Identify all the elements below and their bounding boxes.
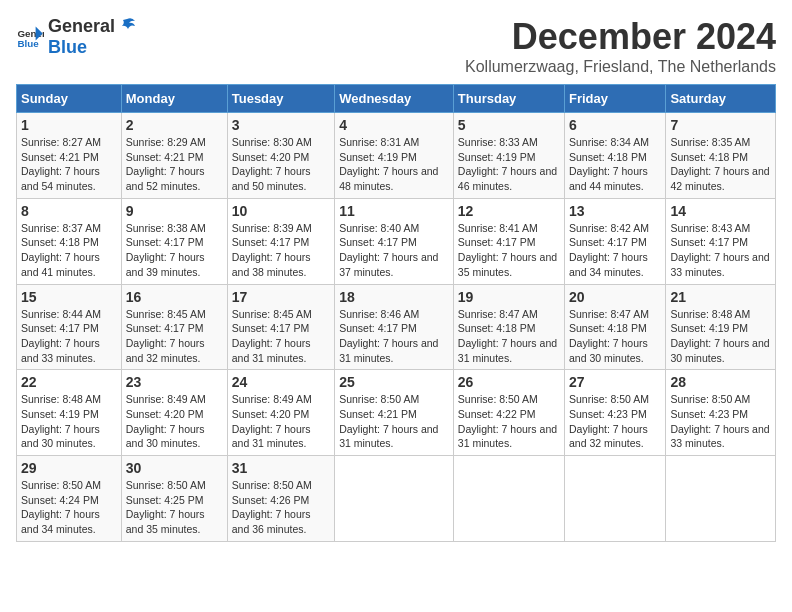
calendar-cell: 24 Sunrise: 8:49 AM Sunset: 4:20 PM Dayl…	[227, 370, 334, 456]
calendar-cell: 1 Sunrise: 8:27 AM Sunset: 4:21 PM Dayli…	[17, 113, 122, 199]
day-number: 20	[569, 289, 661, 305]
calendar-cell: 18 Sunrise: 8:46 AM Sunset: 4:17 PM Dayl…	[335, 284, 454, 370]
day-info: Sunrise: 8:33 AM Sunset: 4:19 PM Dayligh…	[458, 135, 560, 194]
day-info: Sunrise: 8:39 AM Sunset: 4:17 PM Dayligh…	[232, 221, 330, 280]
day-number: 30	[126, 460, 223, 476]
day-number: 6	[569, 117, 661, 133]
day-number: 1	[21, 117, 117, 133]
day-number: 18	[339, 289, 449, 305]
day-info: Sunrise: 8:34 AM Sunset: 4:18 PM Dayligh…	[569, 135, 661, 194]
day-info: Sunrise: 8:49 AM Sunset: 4:20 PM Dayligh…	[232, 392, 330, 451]
day-number: 13	[569, 203, 661, 219]
day-number: 4	[339, 117, 449, 133]
logo: General Blue General Blue	[16, 16, 137, 58]
calendar-week-row: 29 Sunrise: 8:50 AM Sunset: 4:24 PM Dayl…	[17, 456, 776, 542]
day-info: Sunrise: 8:50 AM Sunset: 4:22 PM Dayligh…	[458, 392, 560, 451]
day-info: Sunrise: 8:29 AM Sunset: 4:21 PM Dayligh…	[126, 135, 223, 194]
logo-icon: General Blue	[16, 23, 44, 51]
header: General Blue General Blue December 2024 …	[16, 16, 776, 76]
day-of-week-header: Friday	[565, 85, 666, 113]
day-info: Sunrise: 8:49 AM Sunset: 4:20 PM Dayligh…	[126, 392, 223, 451]
calendar-cell: 2 Sunrise: 8:29 AM Sunset: 4:21 PM Dayli…	[121, 113, 227, 199]
day-info: Sunrise: 8:30 AM Sunset: 4:20 PM Dayligh…	[232, 135, 330, 194]
calendar-cell: 29 Sunrise: 8:50 AM Sunset: 4:24 PM Dayl…	[17, 456, 122, 542]
day-number: 9	[126, 203, 223, 219]
calendar-cell	[453, 456, 564, 542]
calendar-table: SundayMondayTuesdayWednesdayThursdayFrid…	[16, 84, 776, 542]
logo-general-text: General	[48, 16, 115, 37]
day-info: Sunrise: 8:48 AM Sunset: 4:19 PM Dayligh…	[21, 392, 117, 451]
calendar-cell	[565, 456, 666, 542]
day-info: Sunrise: 8:48 AM Sunset: 4:19 PM Dayligh…	[670, 307, 771, 366]
calendar-cell: 13 Sunrise: 8:42 AM Sunset: 4:17 PM Dayl…	[565, 198, 666, 284]
day-info: Sunrise: 8:50 AM Sunset: 4:23 PM Dayligh…	[569, 392, 661, 451]
calendar-cell: 16 Sunrise: 8:45 AM Sunset: 4:17 PM Dayl…	[121, 284, 227, 370]
day-number: 8	[21, 203, 117, 219]
day-info: Sunrise: 8:31 AM Sunset: 4:19 PM Dayligh…	[339, 135, 449, 194]
day-info: Sunrise: 8:41 AM Sunset: 4:17 PM Dayligh…	[458, 221, 560, 280]
day-of-week-header: Wednesday	[335, 85, 454, 113]
main-title: December 2024	[465, 16, 776, 58]
calendar-week-row: 22 Sunrise: 8:48 AM Sunset: 4:19 PM Dayl…	[17, 370, 776, 456]
calendar-body: 1 Sunrise: 8:27 AM Sunset: 4:21 PM Dayli…	[17, 113, 776, 542]
day-number: 31	[232, 460, 330, 476]
day-info: Sunrise: 8:50 AM Sunset: 4:26 PM Dayligh…	[232, 478, 330, 537]
day-number: 2	[126, 117, 223, 133]
day-number: 10	[232, 203, 330, 219]
day-number: 29	[21, 460, 117, 476]
calendar-header-row: SundayMondayTuesdayWednesdayThursdayFrid…	[17, 85, 776, 113]
calendar-cell: 9 Sunrise: 8:38 AM Sunset: 4:17 PM Dayli…	[121, 198, 227, 284]
calendar-cell: 28 Sunrise: 8:50 AM Sunset: 4:23 PM Dayl…	[666, 370, 776, 456]
day-info: Sunrise: 8:47 AM Sunset: 4:18 PM Dayligh…	[569, 307, 661, 366]
day-of-week-header: Tuesday	[227, 85, 334, 113]
calendar-cell: 11 Sunrise: 8:40 AM Sunset: 4:17 PM Dayl…	[335, 198, 454, 284]
calendar-cell	[335, 456, 454, 542]
day-info: Sunrise: 8:40 AM Sunset: 4:17 PM Dayligh…	[339, 221, 449, 280]
day-of-week-header: Saturday	[666, 85, 776, 113]
day-of-week-header: Thursday	[453, 85, 564, 113]
calendar-cell: 8 Sunrise: 8:37 AM Sunset: 4:18 PM Dayli…	[17, 198, 122, 284]
calendar-week-row: 15 Sunrise: 8:44 AM Sunset: 4:17 PM Dayl…	[17, 284, 776, 370]
day-info: Sunrise: 8:45 AM Sunset: 4:17 PM Dayligh…	[126, 307, 223, 366]
sub-title: Kollumerzwaag, Friesland, The Netherland…	[465, 58, 776, 76]
calendar-cell: 20 Sunrise: 8:47 AM Sunset: 4:18 PM Dayl…	[565, 284, 666, 370]
calendar-cell: 25 Sunrise: 8:50 AM Sunset: 4:21 PM Dayl…	[335, 370, 454, 456]
day-number: 23	[126, 374, 223, 390]
calendar-cell	[666, 456, 776, 542]
day-info: Sunrise: 8:47 AM Sunset: 4:18 PM Dayligh…	[458, 307, 560, 366]
day-info: Sunrise: 8:45 AM Sunset: 4:17 PM Dayligh…	[232, 307, 330, 366]
day-number: 22	[21, 374, 117, 390]
calendar-cell: 15 Sunrise: 8:44 AM Sunset: 4:17 PM Dayl…	[17, 284, 122, 370]
calendar-cell: 30 Sunrise: 8:50 AM Sunset: 4:25 PM Dayl…	[121, 456, 227, 542]
calendar-cell: 14 Sunrise: 8:43 AM Sunset: 4:17 PM Dayl…	[666, 198, 776, 284]
day-number: 14	[670, 203, 771, 219]
calendar-cell: 7 Sunrise: 8:35 AM Sunset: 4:18 PM Dayli…	[666, 113, 776, 199]
day-number: 15	[21, 289, 117, 305]
day-info: Sunrise: 8:50 AM Sunset: 4:23 PM Dayligh…	[670, 392, 771, 451]
day-number: 5	[458, 117, 560, 133]
calendar-cell: 21 Sunrise: 8:48 AM Sunset: 4:19 PM Dayl…	[666, 284, 776, 370]
day-info: Sunrise: 8:50 AM Sunset: 4:21 PM Dayligh…	[339, 392, 449, 451]
day-info: Sunrise: 8:27 AM Sunset: 4:21 PM Dayligh…	[21, 135, 117, 194]
day-number: 11	[339, 203, 449, 219]
day-number: 24	[232, 374, 330, 390]
day-info: Sunrise: 8:38 AM Sunset: 4:17 PM Dayligh…	[126, 221, 223, 280]
day-info: Sunrise: 8:37 AM Sunset: 4:18 PM Dayligh…	[21, 221, 117, 280]
calendar-cell: 3 Sunrise: 8:30 AM Sunset: 4:20 PM Dayli…	[227, 113, 334, 199]
day-info: Sunrise: 8:42 AM Sunset: 4:17 PM Dayligh…	[569, 221, 661, 280]
calendar-cell: 26 Sunrise: 8:50 AM Sunset: 4:22 PM Dayl…	[453, 370, 564, 456]
day-number: 16	[126, 289, 223, 305]
logo-blue-text: Blue	[48, 37, 87, 57]
day-number: 12	[458, 203, 560, 219]
calendar-cell: 12 Sunrise: 8:41 AM Sunset: 4:17 PM Dayl…	[453, 198, 564, 284]
calendar-cell: 6 Sunrise: 8:34 AM Sunset: 4:18 PM Dayli…	[565, 113, 666, 199]
title-area: December 2024 Kollumerzwaag, Friesland, …	[465, 16, 776, 76]
day-info: Sunrise: 8:50 AM Sunset: 4:24 PM Dayligh…	[21, 478, 117, 537]
day-number: 17	[232, 289, 330, 305]
logo-bird-icon	[117, 17, 137, 37]
day-number: 3	[232, 117, 330, 133]
day-number: 28	[670, 374, 771, 390]
calendar-cell: 17 Sunrise: 8:45 AM Sunset: 4:17 PM Dayl…	[227, 284, 334, 370]
day-info: Sunrise: 8:43 AM Sunset: 4:17 PM Dayligh…	[670, 221, 771, 280]
calendar-cell: 10 Sunrise: 8:39 AM Sunset: 4:17 PM Dayl…	[227, 198, 334, 284]
